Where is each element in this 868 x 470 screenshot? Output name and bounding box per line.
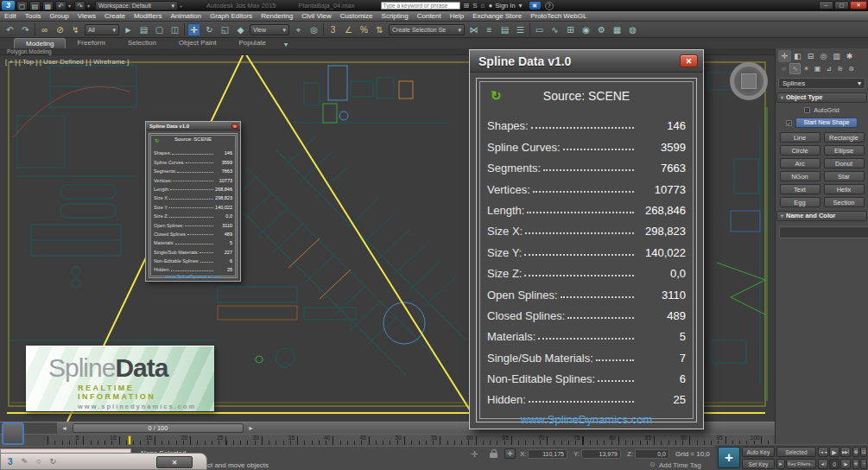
menu-item[interactable]: Group: [45, 12, 73, 20]
ribbon-tab[interactable]: Selection: [117, 38, 168, 48]
rendered-frame-icon[interactable]: ▦: [611, 23, 624, 36]
object-type-button[interactable]: Star: [824, 171, 865, 181]
autogrid-checkbox[interactable]: [804, 107, 810, 113]
selection-region-icon[interactable]: ▢: [153, 23, 166, 36]
angle-snap-icon[interactable]: ∠: [342, 23, 355, 36]
select-rotate-icon[interactable]: ↻: [203, 23, 216, 36]
window-crossing-icon[interactable]: ◫: [168, 23, 181, 36]
ribbon-tab[interactable]: Modeling: [14, 38, 66, 48]
spline-data-mini-dialog[interactable]: Spline Data v1.0 ✕ ↻ Source: SCENE Shape…: [145, 121, 241, 282]
zoom-icon[interactable]: ⊕: [852, 447, 859, 457]
current-frame-field[interactable]: 0: [829, 459, 839, 469]
transform-gizmo-icon[interactable]: ✛: [471, 449, 478, 459]
material-editor-icon[interactable]: ◉: [580, 23, 592, 36]
menu-item[interactable]: Modifiers: [130, 12, 166, 20]
create-tab-icon[interactable]: ✛: [778, 50, 791, 62]
ribbon-toggle-icon[interactable]: ▭: [533, 23, 546, 36]
modify-tab-icon[interactable]: ◧: [791, 50, 804, 62]
redo-icon[interactable]: ↷: [74, 1, 86, 10]
object-type-button[interactable]: Circle: [780, 145, 820, 156]
communication-center-icon[interactable]: ▣: [529, 2, 541, 10]
refresh-icon[interactable]: ↻: [155, 137, 159, 143]
search-go-icon[interactable]: ⊞: [464, 1, 470, 10]
minimize-button[interactable]: ─: [819, 1, 833, 10]
select-object-icon[interactable]: ►: [122, 23, 135, 36]
reference-coordsys-dropdown[interactable]: View ▾: [250, 24, 289, 35]
hierarchy-tab-icon[interactable]: ⊟: [804, 50, 817, 62]
refresh-icon[interactable]: ↻: [491, 88, 502, 104]
ribbon-tab[interactable]: Object Paint: [168, 38, 228, 48]
home-icon[interactable]: ⌂: [481, 1, 485, 10]
capture-close-icon[interactable]: ✕: [156, 456, 193, 468]
workspace-dropdown[interactable]: Workspace: Default ▾: [95, 1, 178, 10]
layer-manager-icon[interactable]: ▤: [498, 23, 511, 36]
create-key-button[interactable]: +: [718, 447, 740, 468]
timeline-ruler[interactable]: 5101520253035404550556065707580859095100: [48, 435, 773, 446]
ribbon-tab[interactable]: Freeform: [66, 38, 116, 48]
spacewarps-icon[interactable]: ≋: [834, 63, 846, 74]
unlink-icon[interactable]: ⊘: [54, 23, 67, 36]
time-slider-handle[interactable]: 0 / 100: [73, 423, 244, 433]
menu-item[interactable]: Animation: [166, 12, 206, 20]
mini-dialog-title-bar[interactable]: Spline Data v1.0: [146, 122, 240, 130]
play-icon[interactable]: ▶: [829, 447, 839, 457]
search-input[interactable]: [381, 2, 460, 10]
redo-caret-icon[interactable]: ▾: [86, 3, 92, 9]
motion-tab-icon[interactable]: ◎: [817, 50, 830, 62]
shapes-icon[interactable]: ∿: [789, 63, 801, 74]
object-type-button[interactable]: NGon: [780, 171, 820, 181]
mini-website-link[interactable]: www.SplineDynamics.com: [154, 274, 232, 279]
infocenter-caret-icon[interactable]: ▾: [519, 1, 523, 10]
menu-item[interactable]: Scripting: [377, 12, 413, 20]
undo-icon[interactable]: ↶: [3, 23, 16, 36]
open-file-icon[interactable]: ▤: [29, 1, 41, 10]
ribbon-config-icon[interactable]: ▾: [284, 41, 288, 48]
align-icon[interactable]: ≡: [483, 23, 496, 36]
help-icon[interactable]: ?: [545, 2, 554, 10]
spinner-snap-icon[interactable]: ⇅: [373, 23, 386, 36]
shape-category-dropdown[interactable]: Splines ▾: [778, 78, 865, 89]
x-coordinate-field[interactable]: 110,175: [528, 449, 567, 459]
viewport-label[interactable]: [ + ] [ Top ] [ User Defined ] [ Wirefra…: [5, 58, 129, 66]
dialog-close-icon[interactable]: ✕: [680, 54, 698, 67]
select-by-name-icon[interactable]: ▤: [137, 23, 150, 36]
cameras-icon[interactable]: ▣: [812, 63, 823, 74]
schematic-view-icon[interactable]: ⊞: [564, 23, 577, 36]
mirror-icon[interactable]: ⋈: [467, 23, 480, 36]
pan-icon[interactable]: ✛: [852, 459, 859, 469]
select-manipulate-icon[interactable]: ◎: [307, 23, 320, 36]
auto-key-button[interactable]: Auto Key: [742, 447, 775, 457]
previous-frame-icon[interactable]: ◄I: [818, 459, 828, 469]
mini-close-icon[interactable]: ✕: [231, 124, 238, 129]
subscription-icon[interactable]: S: [472, 1, 477, 10]
capture-circle-icon[interactable]: ○: [36, 457, 41, 466]
frame-forward-icon[interactable]: ►: [248, 425, 254, 431]
scene-explorer-icon[interactable]: ☰: [514, 23, 527, 36]
maximize-viewport-icon[interactable]: ⊡: [860, 447, 867, 457]
select-placement-icon[interactable]: ◆: [234, 23, 247, 36]
object-type-button[interactable]: Ellipse: [824, 145, 865, 156]
go-to-start-icon[interactable]: I◄◄: [818, 447, 828, 457]
menu-item[interactable]: ProtoTech WebGL: [526, 12, 591, 20]
name-and-color-rollout[interactable]: ▾ Name and Color: [776, 211, 867, 221]
utilities-tab-icon[interactable]: ✱: [843, 50, 856, 62]
menu-item[interactable]: Customize: [336, 12, 377, 20]
new-scene-icon[interactable]: ▢: [16, 1, 28, 10]
menu-item[interactable]: Graph Editors: [206, 12, 257, 20]
object-type-button[interactable]: Arc: [780, 158, 820, 168]
menu-item[interactable]: Views: [73, 12, 100, 20]
website-link[interactable]: www.SplineDynamics.com: [487, 413, 686, 426]
menu-item[interactable]: Help: [446, 12, 468, 20]
go-to-end-icon[interactable]: ▶▶I: [840, 447, 851, 457]
dialog-title-bar[interactable]: Spline Data v1.0: [470, 50, 703, 73]
undo-caret-icon[interactable]: ▾: [67, 3, 73, 9]
select-move-icon[interactable]: ✛: [187, 23, 200, 36]
object-type-button[interactable]: Donut: [824, 158, 865, 168]
start-new-shape-button[interactable]: Start New Shape: [795, 118, 858, 128]
object-name-field[interactable]: [779, 226, 868, 238]
viewcube[interactable]: [730, 62, 768, 100]
pen-icon[interactable]: ✎: [22, 457, 29, 466]
time-marker[interactable]: [128, 435, 131, 445]
floating-window-button[interactable]: [2, 422, 24, 445]
set-key-button[interactable]: Set Key: [742, 459, 775, 469]
